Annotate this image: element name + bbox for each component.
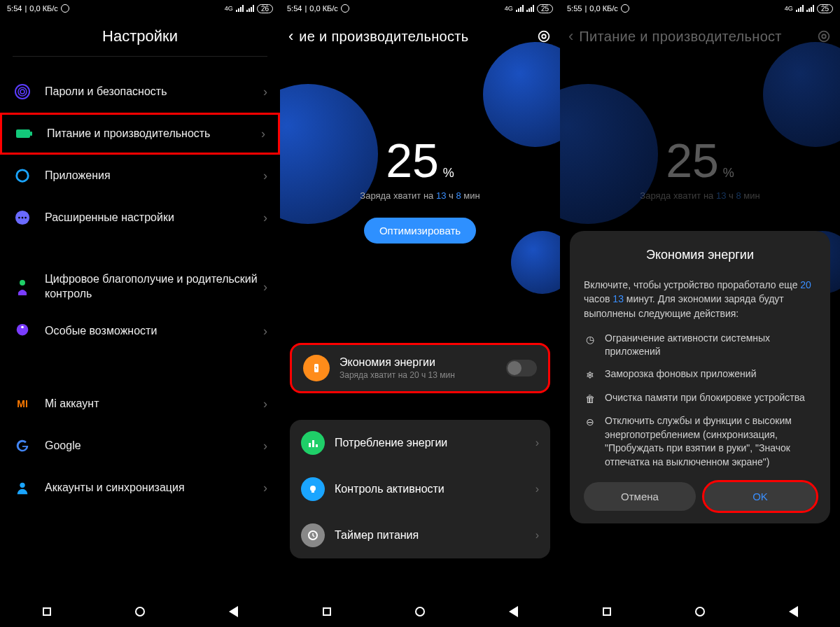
item-label: Цифровое благополучие и родительский кон… bbox=[45, 272, 263, 302]
whatsapp-icon bbox=[341, 4, 349, 13]
network-label: 4G bbox=[785, 5, 793, 12]
status-speed: 0,0 КБ/с bbox=[29, 4, 58, 13]
clock-icon bbox=[301, 523, 325, 547]
item-label: Таймер питания bbox=[335, 529, 536, 542]
signal-icon bbox=[796, 5, 804, 12]
chart-icon bbox=[301, 431, 325, 455]
energy-saver-icon bbox=[303, 355, 330, 381]
energy-saver-title: Экономия энергии bbox=[340, 356, 506, 369]
signal-icon-2 bbox=[246, 5, 254, 12]
settings-item-apps[interactable]: Приложения › bbox=[0, 155, 280, 197]
chevron-right-icon: › bbox=[263, 280, 267, 295]
dialog-item-text: Ограничение активности системных приложе… bbox=[605, 332, 816, 359]
settings-gear-button[interactable] bbox=[536, 29, 552, 44]
signal-icon bbox=[516, 5, 524, 12]
settings-item-passwords[interactable]: Пароли и безопасность › bbox=[0, 71, 280, 113]
percent-unit: % bbox=[443, 166, 454, 181]
nav-recent-button[interactable] bbox=[586, 601, 628, 622]
svg-point-10 bbox=[24, 217, 27, 219]
network-label: 4G bbox=[505, 5, 513, 12]
chevron-right-icon: › bbox=[536, 529, 539, 542]
gear-icon bbox=[13, 166, 32, 185]
signal-icon bbox=[236, 5, 244, 12]
battery-percentage: 25 bbox=[666, 133, 719, 188]
nav-back-button[interactable] bbox=[492, 601, 534, 622]
bulb-icon bbox=[301, 477, 325, 501]
activity-control-item[interactable]: Контроль активности › bbox=[290, 466, 550, 512]
chevron-right-icon: › bbox=[263, 211, 267, 225]
mi-logo-icon: MI bbox=[13, 394, 32, 414]
settings-gear-button[interactable] bbox=[816, 29, 832, 44]
settings-item-accessibility[interactable]: Особые возможности › bbox=[0, 310, 280, 352]
signal-icon-2 bbox=[806, 5, 814, 12]
page-header: Настройки bbox=[0, 17, 280, 56]
svg-point-24 bbox=[819, 31, 830, 42]
energy-saver-toggle[interactable] bbox=[506, 360, 537, 376]
page-header: ‹ Питание и производительност bbox=[560, 17, 840, 56]
battery-remaining: Заряда хватит на 13 ч 8 мин bbox=[280, 190, 560, 201]
fingerprint-icon bbox=[13, 82, 32, 101]
nav-bar bbox=[560, 596, 840, 627]
energy-saver-card[interactable]: Экономия энергии Заряда хватит на 20 ч 1… bbox=[290, 343, 550, 393]
settings-item-mi-account[interactable]: MI Mi аккаунт › bbox=[0, 383, 280, 425]
network-label: 4G bbox=[225, 5, 233, 12]
battery-level: 25 bbox=[537, 4, 553, 13]
nav-back-button[interactable] bbox=[772, 601, 814, 622]
page-title: ие и производительность bbox=[299, 29, 468, 45]
item-label: Пароли и безопасность bbox=[45, 85, 263, 99]
settings-item-wellbeing[interactable]: Цифровое благополучие и родительский кон… bbox=[0, 264, 280, 310]
broom-icon: 🗑 bbox=[584, 391, 596, 407]
svg-point-11 bbox=[20, 280, 25, 286]
back-button[interactable]: ‹ bbox=[568, 27, 573, 45]
status-bar: 5:54 | 0,0 КБ/с 4G 25 bbox=[280, 0, 560, 17]
signal-icon-2 bbox=[526, 5, 534, 12]
settings-item-battery[interactable]: Питание и производительность › bbox=[0, 113, 280, 155]
chevron-right-icon: › bbox=[536, 483, 539, 495]
optimize-button[interactable]: Оптимизировать bbox=[364, 218, 476, 244]
svg-rect-20 bbox=[316, 444, 318, 447]
status-time: 5:54 bbox=[287, 4, 302, 13]
percent-unit: % bbox=[723, 166, 734, 181]
battery-level: 26 bbox=[257, 4, 273, 13]
disable-icon: ⊖ bbox=[584, 414, 596, 469]
dialog-ok-button[interactable]: OK bbox=[704, 482, 816, 511]
power-usage-item[interactable]: Потребление энергии › bbox=[290, 420, 550, 466]
energy-saver-dialog: Экономия энергии Включите, чтобы устройс… bbox=[570, 231, 830, 523]
nav-home-button[interactable] bbox=[679, 601, 721, 622]
power-timer-item[interactable]: Таймер питания › bbox=[290, 512, 550, 558]
status-bar: 5:55 | 0,0 КБ/с 4G 25 bbox=[560, 0, 840, 17]
nav-recent-button[interactable] bbox=[26, 601, 68, 622]
battery-options-card: Потребление энергии › Контроль активност… bbox=[290, 420, 550, 558]
svg-rect-18 bbox=[309, 443, 311, 447]
svg-point-15 bbox=[539, 31, 550, 42]
svg-point-16 bbox=[542, 34, 546, 38]
status-speed: 0,0 КБ/с bbox=[589, 4, 618, 13]
nav-bar bbox=[280, 596, 560, 627]
nav-back-button[interactable] bbox=[212, 601, 254, 622]
settings-item-google[interactable]: Google › bbox=[0, 425, 280, 467]
pane-battery: 5:54 | 0,0 КБ/с 4G 25 ‹ ие и производите… bbox=[280, 0, 560, 627]
accessibility-icon bbox=[13, 321, 32, 341]
pane-settings: 5:54 | 0,0 КБ/с 4G 26 Настройки Пароли и… bbox=[0, 0, 280, 627]
svg-rect-4 bbox=[30, 132, 32, 136]
settings-item-accounts-sync[interactable]: Аккаунты и синхронизация › bbox=[0, 467, 280, 509]
nav-recent-button[interactable] bbox=[306, 601, 348, 622]
item-label: Потребление энергии bbox=[335, 437, 536, 449]
battery-icon bbox=[15, 124, 34, 143]
svg-point-2 bbox=[20, 90, 24, 94]
chevron-right-icon: › bbox=[536, 437, 539, 449]
item-label: Приложения bbox=[45, 169, 263, 183]
energy-saver-sub: Заряда хватит на 20 ч 13 мин bbox=[340, 370, 506, 380]
nav-home-button[interactable] bbox=[119, 601, 161, 622]
settings-item-advanced[interactable]: Расширенные настройки › bbox=[0, 197, 280, 239]
dialog-cancel-button[interactable]: Отмена bbox=[584, 482, 696, 511]
dialog-item-text: Очистка памяти при блокировке устройства bbox=[605, 391, 805, 407]
svg-point-14 bbox=[20, 483, 24, 488]
nav-bar bbox=[0, 596, 280, 627]
dots-icon bbox=[13, 208, 32, 227]
item-label: Mi аккаунт bbox=[45, 397, 263, 411]
back-button[interactable]: ‹ bbox=[288, 27, 293, 45]
status-speed: 0,0 КБ/с bbox=[309, 4, 338, 13]
nav-home-button[interactable] bbox=[399, 601, 441, 622]
dialog-item: ◷ Ограничение активности системных прило… bbox=[584, 332, 816, 359]
